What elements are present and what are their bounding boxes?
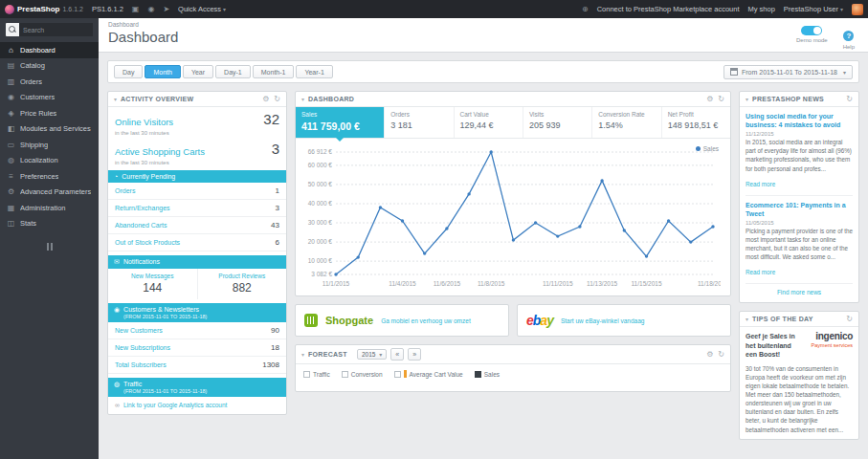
- abandoned-carts-row[interactable]: Abandoned Carts 43: [108, 217, 286, 234]
- refresh-icon[interactable]: ↻: [718, 95, 724, 103]
- main-area: Dashboard Dashboard Demo mode ? Help Day…: [99, 18, 868, 459]
- kpi-orders-tab[interactable]: Orders 3 181: [385, 107, 454, 138]
- ebay-letter: y: [546, 313, 553, 328]
- customers-icon: ◉: [7, 93, 15, 101]
- demo-mode-toggle[interactable]: [801, 26, 822, 35]
- forecast-year-value: 2015: [362, 351, 375, 358]
- user-avatar[interactable]: [852, 4, 863, 15]
- new-messages-cell[interactable]: New Messages 144: [108, 269, 198, 299]
- collapse-sidebar-button[interactable]: [0, 239, 99, 254]
- my-shop-link[interactable]: My shop: [748, 5, 775, 13]
- brand-name: PrestaShop: [17, 5, 59, 13]
- search-icon[interactable]: [6, 23, 19, 36]
- refresh-icon[interactable]: ↻: [718, 350, 724, 359]
- product-reviews-cell[interactable]: Product Reviews 882: [198, 269, 287, 299]
- ebay-promo-link[interactable]: Start uw eBay-winkel vandaag: [561, 317, 644, 324]
- find-more-news-link[interactable]: Find more news: [746, 283, 853, 300]
- ebay-promo: ebay Start uw eBay-winkel vandaag: [517, 304, 731, 337]
- kpi-label: Net Profit: [668, 111, 724, 118]
- date-range-value: From 2015-11-01 To 2015-11-18: [742, 69, 837, 76]
- period-year-1-button[interactable]: Year-1: [296, 65, 332, 78]
- period-day-button[interactable]: Day: [114, 65, 143, 78]
- news-list: Using social media for your business: 4 …: [740, 107, 858, 302]
- user-menu[interactable]: PrestaShop User▾: [784, 5, 843, 13]
- currently-pending-header: ◔ Currently Pending: [108, 170, 286, 183]
- kpi-net-profit-tab[interactable]: Net Profit 148 918,51 €: [662, 107, 730, 138]
- legend-sales-checkbox[interactable]: Sales: [475, 371, 500, 378]
- sidebar-item-price-rules[interactable]: ◈ Price Rules: [0, 105, 99, 121]
- active-carts-link[interactable]: Active Shopping Carts: [115, 146, 205, 157]
- toggle-knob: [813, 27, 821, 34]
- read-more-link[interactable]: Read more: [746, 181, 775, 187]
- legend-traffic-checkbox[interactable]: Traffic: [303, 371, 330, 378]
- date-range-picker[interactable]: From 2015-11-01 To 2015-11-18 ▾: [723, 65, 853, 79]
- kpi-cart-value-tab[interactable]: Cart Value 129,44 €: [455, 107, 523, 138]
- sidebar-item-customers[interactable]: ◉ Customers: [0, 90, 99, 106]
- sidebar-item-stats[interactable]: ◫ Stats: [0, 216, 99, 232]
- pending-orders-row[interactable]: Orders 1: [108, 183, 286, 200]
- period-month-button[interactable]: Month: [145, 65, 180, 78]
- rocket-icon[interactable]: ➤: [163, 5, 169, 13]
- online-visitors-link[interactable]: Online Visitors: [115, 117, 173, 127]
- chevron-down-icon: ▾: [223, 7, 226, 12]
- shop-name-link[interactable]: PS1.6.1.2: [92, 5, 123, 13]
- refresh-icon[interactable]: ↻: [846, 95, 853, 103]
- kpi-visits-tab[interactable]: Visits 205 939: [523, 107, 592, 138]
- marketplace-connect-link[interactable]: Connect to PrestaShop Marketplace accoun…: [597, 5, 740, 13]
- kpi-conversion-rate-tab[interactable]: Conversion Rate 1.54%: [592, 107, 661, 138]
- demo-mode-control: Demo mode: [796, 25, 828, 50]
- legend-conversion-checkbox[interactable]: Conversion: [342, 371, 383, 378]
- shopgate-promo-link[interactable]: Ga mobiel en verhoog uw omzet: [381, 317, 471, 324]
- sidebar-item-shipping[interactable]: ▭ Shipping: [0, 137, 99, 153]
- forecast-year-select[interactable]: 2015 ▾: [357, 349, 387, 360]
- administration-icon: ▦: [7, 204, 15, 212]
- search-input[interactable]: [19, 23, 93, 36]
- out-of-stock-row[interactable]: Out of Stock Products 6: [108, 234, 286, 251]
- legend-label: Conversion: [351, 371, 383, 378]
- period-month-1-button[interactable]: Month-1: [253, 65, 295, 78]
- gear-icon[interactable]: ⚙: [706, 350, 713, 359]
- new-customers-row[interactable]: New Customers 90: [108, 322, 286, 339]
- help-icon[interactable]: ?: [843, 31, 854, 41]
- quick-access-menu[interactable]: Quick Access▾: [178, 5, 226, 13]
- forecast-prev-button[interactable]: «: [390, 348, 404, 361]
- read-more-link[interactable]: Read more: [746, 269, 775, 275]
- new-subscriptions-row[interactable]: New Subscriptions 18: [108, 339, 286, 357]
- gear-icon[interactable]: ⚙: [262, 95, 269, 103]
- forecast-next-button[interactable]: »: [408, 348, 421, 361]
- forecast-panel: ▾ FORECAST 2015 ▾ « »: [295, 344, 731, 392]
- kpi-sales-tab[interactable]: Sales 411 759,00 €: [296, 107, 385, 138]
- sidebar-item-dashboard[interactable]: ⌂ Dashboard: [0, 42, 99, 58]
- sales-line-chart[interactable]: 66 912 €60 000 €50 000 €40 000 €30 000 €…: [300, 144, 721, 290]
- sidebar-item-preferences[interactable]: ≡ Preferences: [0, 168, 99, 185]
- sidebar-item-modules[interactable]: ◧ Modules and Services: [0, 121, 99, 138]
- sidebar-item-localization[interactable]: ◍ Localization: [0, 153, 99, 169]
- google-analytics-link[interactable]: ∞ Link to your Google Analytics account: [108, 397, 286, 414]
- sidebar-item-orders[interactable]: ▥ Orders: [0, 74, 99, 90]
- sidebar-item-administration[interactable]: ▦ Administration: [0, 200, 99, 216]
- legend-average-cart-value-checkbox[interactable]: Average Cart Value: [394, 370, 463, 378]
- period-year-button[interactable]: Year: [183, 65, 213, 78]
- customers-icon: ◉: [114, 306, 120, 314]
- refresh-icon[interactable]: ↻: [846, 315, 853, 323]
- module-promos: Shopgate Ga mobiel en verhoog uw omzet e…: [295, 304, 731, 337]
- news-article-title[interactable]: Ecommerce 101: Payments in a Tweet: [746, 201, 853, 218]
- breadcrumb[interactable]: Dashboard: [108, 21, 858, 28]
- sidebar-item-advanced-parameters[interactable]: ⚙ Advanced Parameters: [0, 185, 99, 201]
- pending-returns-row[interactable]: Return/Exchanges 3: [108, 200, 286, 217]
- period-day-1-button[interactable]: Day-1: [215, 65, 251, 78]
- divider: [746, 195, 853, 196]
- customer-icon[interactable]: ◉: [147, 5, 154, 13]
- sidebar-item-catalog[interactable]: ▤ Catalog: [0, 58, 99, 75]
- gear-icon[interactable]: ⚙: [706, 95, 713, 103]
- refresh-icon[interactable]: ↻: [274, 95, 280, 103]
- shop-cart-icon[interactable]: ▣: [132, 5, 140, 13]
- kpi-label: Orders: [390, 111, 447, 118]
- user-menu-label: PrestaShop User: [784, 5, 838, 13]
- total-subscribers-row[interactable]: Total Subscribers 1308: [108, 357, 286, 374]
- prestashop-logo[interactable]: PrestaShop 1.6.1.2: [5, 5, 83, 14]
- dashboard-columns: ▾ ACTIVITY OVERVIEW ⚙ ↻ Online Visitors: [107, 91, 859, 448]
- sidebar-item-label: Price Rules: [20, 109, 56, 118]
- sidebar-item-label: Customers: [20, 93, 55, 101]
- news-article-title[interactable]: Using social media for your business: 4 …: [746, 112, 853, 129]
